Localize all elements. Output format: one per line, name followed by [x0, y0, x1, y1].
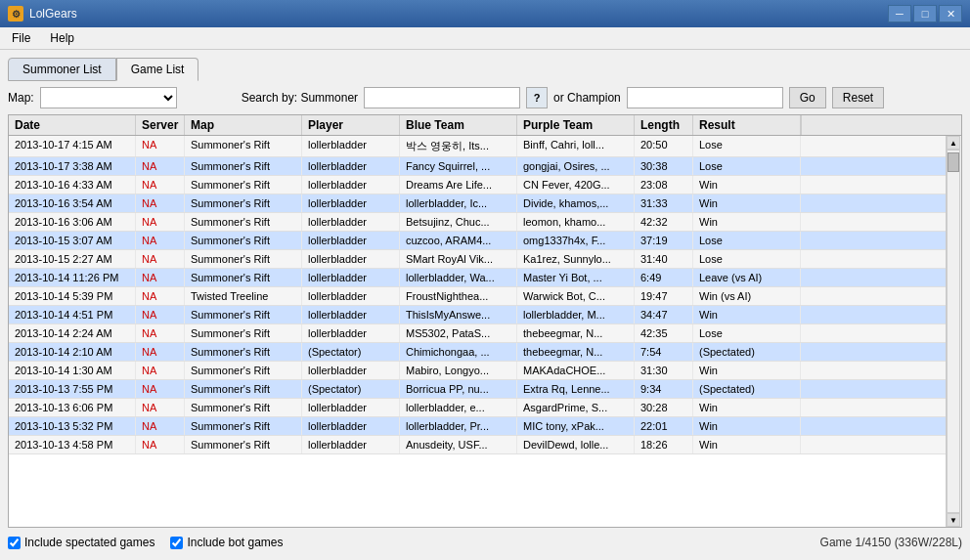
col-date: Date	[9, 115, 136, 135]
table-cell: thebeegmar, N...	[517, 324, 635, 342]
menu-file[interactable]: File	[8, 29, 34, 47]
include-bot-checkbox[interactable]	[170, 537, 183, 549]
title-bar-controls: ─ □ ✕	[888, 5, 962, 22]
include-spectated-checkbox[interactable]	[8, 537, 21, 549]
table-cell: ThisIsMyAnswe...	[400, 306, 517, 323]
table-cell: Lose	[693, 232, 801, 249]
maximize-button[interactable]: □	[913, 5, 937, 22]
table-cell: lollerbladder	[302, 157, 400, 175]
table-row[interactable]: 2013-10-14 2:24 AMNASummoner's Riftlolle…	[9, 324, 946, 343]
table-row[interactable]: 2013-10-15 2:27 AMNASummoner's Riftlolle…	[9, 250, 946, 269]
close-button[interactable]: ✕	[939, 5, 962, 22]
table-cell: NA	[136, 343, 185, 361]
table-cell: leomon, khamo...	[517, 213, 635, 231]
reset-button[interactable]: Reset	[832, 87, 884, 108]
table-row[interactable]: 2013-10-16 3:06 AMNASummoner's Riftlolle…	[9, 213, 946, 232]
table-cell: NA	[136, 213, 185, 231]
table-cell: 2013-10-13 6:06 PM	[9, 399, 136, 416]
menu-help[interactable]: Help	[46, 29, 78, 47]
table-cell: Lose	[693, 250, 801, 268]
table-cell: Summoner's Rift	[185, 250, 302, 268]
table-row[interactable]: 2013-10-13 6:06 PMNASummoner's Riftlolle…	[9, 399, 946, 417]
table-row[interactable]: 2013-10-14 11:26 PMNASummoner's Riftloll…	[9, 269, 946, 287]
table-cell: Betsujinz, Chuc...	[400, 213, 517, 231]
map-select[interactable]	[40, 87, 177, 108]
scrollbar-up-arrow[interactable]: ▲	[947, 136, 960, 150]
table-row[interactable]: 2013-10-14 1:30 AMNASummoner's Riftlolle…	[9, 362, 946, 380]
table-cell: 2013-10-14 1:30 AM	[9, 362, 136, 379]
help-button[interactable]: ?	[526, 87, 548, 108]
go-button[interactable]: Go	[789, 87, 826, 108]
table-cell: 2013-10-15 2:27 AM	[9, 250, 136, 268]
footer: Include spectated games Include bot game…	[8, 532, 962, 549]
tabs: Summoner List Game List	[8, 58, 962, 81]
table-cell: Win	[693, 213, 801, 231]
table-cell: MAKAdaCHOE...	[517, 362, 635, 379]
table-row[interactable]: 2013-10-14 4:51 PMNASummoner's Riftlolle…	[9, 306, 946, 324]
table-row[interactable]: 2013-10-14 5:39 PMNATwisted Treelineloll…	[9, 287, 946, 306]
table-cell: 23:08	[635, 176, 693, 194]
table-row[interactable]: 2013-10-13 5:32 PMNASummoner's Riftlolle…	[9, 417, 946, 436]
include-spectated-text: Include spectated games	[24, 536, 154, 549]
table-header: Date Server Map Player Blue Team Purple …	[9, 115, 961, 136]
table-cell: NA	[136, 194, 185, 212]
table-cell: lollerbladder	[302, 213, 400, 231]
table-row[interactable]: 2013-10-13 4:58 PMNASummoner's Riftlolle…	[9, 436, 946, 454]
table-cell: NA	[136, 232, 185, 249]
table-cell: Anusdeity, USF...	[400, 436, 517, 453]
table-cell: NA	[136, 417, 185, 435]
table-cell: SMart RoyAl Vik...	[400, 250, 517, 268]
table-cell: Twisted Treeline	[185, 287, 302, 305]
tab-game-list[interactable]: Game List	[116, 58, 199, 81]
table-cell: 2013-10-17 4:15 AM	[9, 136, 136, 156]
table-cell: Summoner's Rift	[185, 436, 302, 453]
table-cell: lollerbladder	[302, 362, 400, 379]
table-cell: lollerbladder	[302, 399, 400, 416]
table-cell: Borricua PP, nu...	[400, 380, 517, 398]
table-row[interactable]: 2013-10-17 4:15 AMNASummoner's Riftlolle…	[9, 136, 946, 157]
col-result: Result	[693, 115, 801, 135]
table-row[interactable]: 2013-10-16 4:33 AMNASummoner's Riftlolle…	[9, 176, 946, 194]
include-bot-label[interactable]: Include bot games	[170, 536, 283, 549]
table-cell: NA	[136, 362, 185, 379]
table-cell: 2013-10-13 7:55 PM	[9, 380, 136, 398]
table-cell: 2013-10-16 3:54 AM	[9, 194, 136, 212]
table-row[interactable]: 2013-10-15 3:07 AMNASummoner's Riftlolle…	[9, 232, 946, 250]
table-cell: (Spectator)	[302, 380, 400, 398]
minimize-button[interactable]: ─	[888, 5, 911, 22]
table-cell: Warwick Bot, C...	[517, 287, 635, 305]
table-cell: Summoner's Rift	[185, 232, 302, 249]
table-cell: lollerbladder	[302, 324, 400, 342]
table-body-wrapper: 2013-10-17 4:15 AMNASummoner's Riftlolle…	[9, 136, 961, 527]
scrollbar-track[interactable]	[947, 150, 960, 513]
search-input[interactable]	[364, 87, 520, 108]
table-row[interactable]: 2013-10-14 2:10 AMNASummoner's Rift(Spec…	[9, 343, 946, 362]
table-cell: Ka1rez, Sunnylo...	[517, 250, 635, 268]
table-row[interactable]: 2013-10-13 7:55 PMNASummoner's Rift(Spec…	[9, 380, 946, 399]
table-body: 2013-10-17 4:15 AMNASummoner's Riftlolle…	[9, 136, 946, 527]
table-row[interactable]: 2013-10-16 3:54 AMNASummoner's Riftlolle…	[9, 194, 946, 213]
table-cell: 30:28	[635, 399, 693, 416]
table-cell: (Spectator)	[302, 343, 400, 361]
table-cell: Win	[693, 306, 801, 323]
scrollbar[interactable]: ▲ ▼	[946, 136, 961, 527]
table-cell: lollerbladder	[302, 136, 400, 156]
table-cell: Summoner's Rift	[185, 362, 302, 379]
col-map: Map	[185, 115, 302, 135]
table-row[interactable]: 2013-10-17 3:38 AMNASummoner's Riftlolle…	[9, 157, 946, 176]
table-cell: lollerbladder, e...	[400, 399, 517, 416]
table-cell: Summoner's Rift	[185, 213, 302, 231]
table-cell: 31:40	[635, 250, 693, 268]
scrollbar-header-spacer	[801, 115, 816, 135]
scrollbar-down-arrow[interactable]: ▼	[947, 513, 960, 527]
scrollbar-thumb[interactable]	[948, 152, 959, 172]
include-spectated-label[interactable]: Include spectated games	[8, 536, 154, 549]
table-cell: (Spectated)	[693, 343, 801, 361]
table-cell: 2013-10-14 11:26 PM	[9, 269, 136, 286]
champion-input[interactable]	[627, 87, 783, 108]
include-bot-text: Include bot games	[187, 536, 283, 549]
tab-summoner-list[interactable]: Summoner List	[8, 58, 116, 81]
table-cell: NA	[136, 250, 185, 268]
table-cell: lollerbladder	[302, 250, 400, 268]
table-cell: lollerbladder	[302, 269, 400, 286]
